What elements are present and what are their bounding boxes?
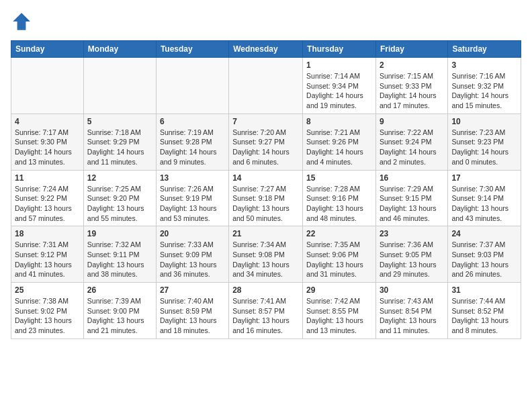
week-row-1: 1Sunrise: 7:14 AM Sunset: 9:34 PM Daylig… bbox=[11, 58, 521, 114]
day-info: Sunrise: 7:33 AM Sunset: 9:09 PM Dayligh… bbox=[160, 240, 225, 279]
weekday-header-sunday: Sunday bbox=[11, 41, 84, 58]
page-header bbox=[11, 11, 521, 32]
weekday-header-thursday: Thursday bbox=[303, 41, 376, 58]
day-cell-6: 6Sunrise: 7:19 AM Sunset: 9:28 PM Daylig… bbox=[156, 113, 228, 170]
day-number: 16 bbox=[380, 173, 444, 183]
day-number: 19 bbox=[87, 229, 152, 238]
day-info: Sunrise: 7:42 AM Sunset: 8:55 PM Dayligh… bbox=[306, 296, 372, 336]
day-info: Sunrise: 7:24 AM Sunset: 9:22 PM Dayligh… bbox=[15, 184, 80, 224]
day-number: 5 bbox=[87, 117, 152, 126]
day-cell-2: 2Sunrise: 7:15 AM Sunset: 9:33 PM Daylig… bbox=[375, 58, 447, 114]
day-cell-17: 17Sunrise: 7:30 AM Sunset: 9:14 PM Dayli… bbox=[448, 170, 521, 226]
day-cell-26: 26Sunrise: 7:39 AM Sunset: 9:00 PM Dayli… bbox=[83, 283, 156, 339]
day-number: 2 bbox=[380, 60, 444, 70]
day-number: 22 bbox=[306, 229, 372, 238]
day-number: 29 bbox=[306, 285, 372, 295]
day-info: Sunrise: 7:32 AM Sunset: 9:11 PM Dayligh… bbox=[87, 240, 152, 279]
day-number: 13 bbox=[160, 173, 225, 183]
day-cell-9: 9Sunrise: 7:22 AM Sunset: 9:24 PM Daylig… bbox=[375, 113, 447, 170]
day-info: Sunrise: 7:39 AM Sunset: 9:00 PM Dayligh… bbox=[87, 296, 152, 336]
day-number: 12 bbox=[87, 173, 152, 183]
day-info: Sunrise: 7:23 AM Sunset: 9:23 PM Dayligh… bbox=[451, 128, 517, 167]
day-cell-21: 21Sunrise: 7:34 AM Sunset: 9:08 PM Dayli… bbox=[229, 226, 303, 283]
day-number: 9 bbox=[380, 117, 444, 126]
empty-cell bbox=[83, 58, 156, 114]
day-info: Sunrise: 7:25 AM Sunset: 9:20 PM Dayligh… bbox=[87, 184, 152, 224]
day-cell-4: 4Sunrise: 7:17 AM Sunset: 9:30 PM Daylig… bbox=[11, 113, 84, 170]
day-cell-28: 28Sunrise: 7:41 AM Sunset: 8:57 PM Dayli… bbox=[229, 283, 303, 339]
day-number: 3 bbox=[451, 60, 517, 70]
day-info: Sunrise: 7:43 AM Sunset: 8:54 PM Dayligh… bbox=[380, 296, 444, 336]
day-cell-22: 22Sunrise: 7:35 AM Sunset: 9:06 PM Dayli… bbox=[303, 226, 376, 283]
week-row-4: 18Sunrise: 7:31 AM Sunset: 9:12 PM Dayli… bbox=[11, 226, 521, 283]
day-info: Sunrise: 7:40 AM Sunset: 8:59 PM Dayligh… bbox=[160, 296, 225, 336]
logo-icon bbox=[11, 11, 32, 32]
day-cell-8: 8Sunrise: 7:21 AM Sunset: 9:26 PM Daylig… bbox=[303, 113, 376, 170]
day-number: 20 bbox=[160, 229, 225, 238]
day-info: Sunrise: 7:31 AM Sunset: 9:12 PM Dayligh… bbox=[15, 240, 80, 279]
day-cell-27: 27Sunrise: 7:40 AM Sunset: 8:59 PM Dayli… bbox=[156, 283, 228, 339]
day-cell-20: 20Sunrise: 7:33 AM Sunset: 9:09 PM Dayli… bbox=[156, 226, 228, 283]
day-info: Sunrise: 7:35 AM Sunset: 9:06 PM Dayligh… bbox=[306, 240, 372, 279]
weekday-header-wednesday: Wednesday bbox=[229, 41, 303, 58]
day-info: Sunrise: 7:34 AM Sunset: 9:08 PM Dayligh… bbox=[232, 240, 299, 279]
day-cell-3: 3Sunrise: 7:16 AM Sunset: 9:32 PM Daylig… bbox=[448, 58, 521, 114]
weekday-header-row: SundayMondayTuesdayWednesdayThursdayFrid… bbox=[11, 41, 521, 58]
day-cell-29: 29Sunrise: 7:42 AM Sunset: 8:55 PM Dayli… bbox=[303, 283, 376, 339]
day-cell-24: 24Sunrise: 7:37 AM Sunset: 9:03 PM Dayli… bbox=[448, 226, 521, 283]
day-cell-7: 7Sunrise: 7:20 AM Sunset: 9:27 PM Daylig… bbox=[229, 113, 303, 170]
day-info: Sunrise: 7:38 AM Sunset: 9:02 PM Dayligh… bbox=[15, 296, 80, 336]
day-number: 1 bbox=[306, 60, 372, 70]
day-cell-13: 13Sunrise: 7:26 AM Sunset: 9:19 PM Dayli… bbox=[156, 170, 228, 226]
day-number: 26 bbox=[87, 285, 152, 295]
day-info: Sunrise: 7:19 AM Sunset: 9:28 PM Dayligh… bbox=[160, 128, 225, 167]
day-number: 14 bbox=[232, 173, 299, 183]
day-cell-19: 19Sunrise: 7:32 AM Sunset: 9:11 PM Dayli… bbox=[83, 226, 156, 283]
day-number: 23 bbox=[380, 229, 444, 238]
weekday-header-friday: Friday bbox=[375, 41, 447, 58]
day-info: Sunrise: 7:28 AM Sunset: 9:16 PM Dayligh… bbox=[306, 184, 372, 224]
empty-cell bbox=[229, 58, 303, 114]
day-info: Sunrise: 7:26 AM Sunset: 9:19 PM Dayligh… bbox=[160, 184, 225, 224]
weekday-header-saturday: Saturday bbox=[448, 41, 521, 58]
day-cell-15: 15Sunrise: 7:28 AM Sunset: 9:16 PM Dayli… bbox=[303, 170, 376, 226]
day-cell-18: 18Sunrise: 7:31 AM Sunset: 9:12 PM Dayli… bbox=[11, 226, 84, 283]
day-cell-16: 16Sunrise: 7:29 AM Sunset: 9:15 PM Dayli… bbox=[375, 170, 447, 226]
day-number: 4 bbox=[15, 117, 80, 126]
day-number: 11 bbox=[15, 173, 80, 183]
week-row-2: 4Sunrise: 7:17 AM Sunset: 9:30 PM Daylig… bbox=[11, 113, 521, 170]
day-info: Sunrise: 7:16 AM Sunset: 9:32 PM Dayligh… bbox=[451, 71, 517, 111]
day-info: Sunrise: 7:41 AM Sunset: 8:57 PM Dayligh… bbox=[232, 296, 299, 336]
day-number: 17 bbox=[451, 173, 517, 183]
day-cell-10: 10Sunrise: 7:23 AM Sunset: 9:23 PM Dayli… bbox=[448, 113, 521, 170]
day-cell-14: 14Sunrise: 7:27 AM Sunset: 9:18 PM Dayli… bbox=[229, 170, 303, 226]
day-number: 27 bbox=[160, 285, 225, 295]
day-info: Sunrise: 7:21 AM Sunset: 9:26 PM Dayligh… bbox=[306, 128, 372, 167]
week-row-5: 25Sunrise: 7:38 AM Sunset: 9:02 PM Dayli… bbox=[11, 283, 521, 339]
day-cell-23: 23Sunrise: 7:36 AM Sunset: 9:05 PM Dayli… bbox=[375, 226, 447, 283]
day-number: 18 bbox=[15, 229, 80, 238]
empty-cell bbox=[11, 58, 84, 114]
weekday-header-monday: Monday bbox=[83, 41, 156, 58]
day-number: 28 bbox=[232, 285, 299, 295]
day-info: Sunrise: 7:44 AM Sunset: 8:52 PM Dayligh… bbox=[451, 296, 517, 336]
day-cell-30: 30Sunrise: 7:43 AM Sunset: 8:54 PM Dayli… bbox=[375, 283, 447, 339]
day-info: Sunrise: 7:22 AM Sunset: 9:24 PM Dayligh… bbox=[380, 128, 444, 167]
week-row-3: 11Sunrise: 7:24 AM Sunset: 9:22 PM Dayli… bbox=[11, 170, 521, 226]
day-number: 21 bbox=[232, 229, 299, 238]
day-number: 30 bbox=[380, 285, 444, 295]
day-number: 31 bbox=[451, 285, 517, 295]
weekday-header-tuesday: Tuesday bbox=[156, 41, 228, 58]
day-cell-31: 31Sunrise: 7:44 AM Sunset: 8:52 PM Dayli… bbox=[448, 283, 521, 339]
day-cell-1: 1Sunrise: 7:14 AM Sunset: 9:34 PM Daylig… bbox=[303, 58, 376, 114]
day-number: 24 bbox=[451, 229, 517, 238]
empty-cell bbox=[156, 58, 228, 114]
day-number: 15 bbox=[306, 173, 372, 183]
day-info: Sunrise: 7:17 AM Sunset: 9:30 PM Dayligh… bbox=[15, 128, 80, 167]
day-number: 8 bbox=[306, 117, 372, 126]
day-info: Sunrise: 7:29 AM Sunset: 9:15 PM Dayligh… bbox=[380, 184, 444, 224]
day-info: Sunrise: 7:14 AM Sunset: 9:34 PM Dayligh… bbox=[306, 71, 372, 111]
day-number: 10 bbox=[451, 117, 517, 126]
day-number: 6 bbox=[160, 117, 225, 126]
day-cell-12: 12Sunrise: 7:25 AM Sunset: 9:20 PM Dayli… bbox=[83, 170, 156, 226]
